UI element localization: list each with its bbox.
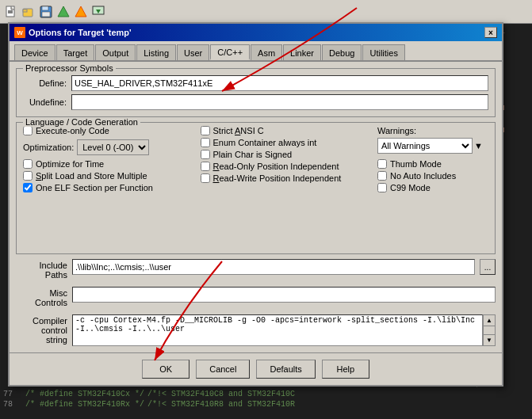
tab-debug[interactable]: Debug: [322, 44, 362, 60]
save-icon[interactable]: [38, 4, 54, 20]
scrollbar-track: [484, 326, 495, 334]
svg-rect-7: [42, 12, 50, 17]
tab-bar: Device Target Output Listing User C/C++ …: [10, 41, 502, 62]
execute-only-label: Execute-only Code: [36, 126, 109, 135]
defaults-button[interactable]: Defaults: [256, 360, 315, 379]
toolbar: [0, 0, 532, 24]
optimization-label: Optimization:: [23, 143, 74, 152]
optimization-row: Optimization: Level 0 (-O0) Level 1 (-O1…: [23, 139, 194, 155]
define-row: Define:: [23, 75, 488, 91]
rebuild-icon[interactable]: [73, 4, 89, 20]
download-icon[interactable]: [90, 4, 106, 20]
one-elf-row: One ELF Section per Function: [23, 183, 194, 192]
tab-linker[interactable]: Linker: [283, 44, 321, 60]
read-write-pos-label: Read-Write Position Independent: [213, 173, 342, 183]
thumb-mode-label: Thumb Mode: [390, 159, 442, 169]
open-icon[interactable]: [21, 4, 36, 20]
misc-controls-row: MiscControls: [16, 287, 496, 307]
optimization-select[interactable]: Level 0 (-O0) Level 1 (-O1) Level 2 (-O2…: [77, 139, 149, 155]
strict-ansi-row: Strict ANSI C: [201, 126, 372, 135]
undefine-input[interactable]: [71, 94, 488, 110]
plain-char-label: Plain Char is Signed: [213, 150, 293, 159]
tab-utilities[interactable]: Utilities: [362, 44, 404, 60]
enum-container-checkbox[interactable]: [201, 138, 210, 147]
language-group-label: Language / Code Generation: [23, 117, 140, 127]
plain-char-row: Plain Char is Signed: [201, 150, 372, 159]
button-bar: OK Cancel Defaults Help: [10, 352, 502, 385]
title-left: W Options for Target 'temp': [14, 27, 132, 38]
preprocessor-group-label: Preprocessor Symbols: [23, 63, 116, 73]
one-elf-label: One ELF Section per Function: [36, 183, 153, 192]
dialog-content: Preprocessor Symbols Define: Undefine: L…: [10, 62, 502, 352]
undefine-row: Undefine:: [23, 94, 488, 110]
scroll-down-button[interactable]: ▼: [484, 334, 495, 345]
lang-right-col: Warnings: All Warnings No Warnings MISRA…: [377, 126, 488, 192]
lang-middle-col: Strict ANSI C Enum Container always int …: [201, 126, 372, 192]
new-icon[interactable]: [3, 4, 19, 20]
tab-user[interactable]: User: [177, 44, 209, 60]
code-line-77: 77 /* #define STM32F410Cx */ /*!< STM32F…: [3, 389, 529, 399]
optimize-time-label: Optimize for Time: [36, 159, 104, 169]
dialog-icon: W: [14, 27, 25, 38]
define-input[interactable]: [71, 75, 488, 91]
read-only-pos-row: Read-Only Position Independent: [201, 162, 372, 171]
help-button[interactable]: Help: [322, 360, 369, 379]
read-write-pos-row: Read-Write Position Independent: [201, 173, 372, 183]
no-auto-includes-row: No Auto Includes: [377, 171, 488, 181]
strict-ansi-label: Strict ANSI C: [213, 126, 264, 135]
compiler-string-row: Compilercontrolstring -c -cpu Cortex-M4.…: [16, 314, 496, 346]
preprocessor-group: Preprocessor Symbols Define: Undefine:: [16, 68, 496, 117]
warnings-dropdown-icon: ▼: [474, 141, 483, 150]
enum-container-label: Enum Container always int: [213, 138, 317, 147]
tab-listing[interactable]: Listing: [136, 44, 176, 60]
dialog-titlebar: W Options for Target 'temp' ×: [10, 24, 502, 41]
c99-mode-row: C99 Mode: [377, 183, 488, 192]
code-line-78: 78 /* #define STM32F410Rx */ /*!< STM32F…: [3, 399, 529, 409]
cancel-button[interactable]: Cancel: [196, 360, 250, 379]
lang-left-col: Execute-only Code Optimization: Level 0 …: [23, 126, 194, 192]
build-icon[interactable]: [55, 4, 71, 20]
split-load-label: Split Load and Store Multiple: [36, 171, 147, 181]
read-only-pos-checkbox[interactable]: [201, 162, 210, 171]
tab-cpp[interactable]: C/C++: [210, 44, 250, 60]
plain-char-checkbox[interactable]: [201, 150, 210, 159]
optimize-time-checkbox[interactable]: [23, 159, 33, 169]
tab-output[interactable]: Output: [95, 44, 136, 60]
no-auto-includes-label: No Auto Includes: [390, 171, 456, 181]
no-auto-includes-checkbox[interactable]: [377, 171, 387, 181]
c99-mode-label: C99 Mode: [390, 183, 431, 192]
undefine-label: Undefine:: [23, 97, 67, 107]
define-label: Define:: [23, 78, 67, 88]
include-paths-input[interactable]: [72, 259, 475, 275]
include-paths-row: IncludePaths ...: [16, 259, 496, 280]
svg-marker-9: [75, 6, 86, 17]
optimize-time-row: Optimize for Time: [23, 159, 194, 169]
bottom-code-panel: 77 /* #define STM32F410Cx */ /*!< STM32F…: [0, 387, 532, 419]
compiler-string-input[interactable]: -c -cpu Cortex-M4.fp -D__MICROLIB -g -O0…: [72, 314, 483, 346]
warnings-select[interactable]: All Warnings No Warnings MISRA C 2004: [377, 138, 473, 154]
svg-marker-8: [58, 6, 69, 17]
thumb-mode-checkbox[interactable]: [377, 159, 387, 169]
misc-controls-input[interactable]: [72, 287, 496, 303]
include-browse-button[interactable]: ...: [480, 259, 496, 275]
split-load-checkbox[interactable]: [23, 171, 33, 181]
compiler-string-label: Compilercontrolstring: [16, 314, 67, 345]
include-paths-label: IncludePaths: [16, 259, 67, 280]
execute-only-row: Execute-only Code: [23, 126, 194, 135]
tab-asm[interactable]: Asm: [251, 44, 282, 60]
execute-only-checkbox[interactable]: [23, 126, 33, 135]
language-group: Language / Code Generation Execute-only …: [16, 122, 496, 254]
c99-mode-checkbox[interactable]: [377, 183, 387, 192]
options-dialog: W Options for Target 'temp' × Device Tar…: [8, 22, 503, 387]
strict-ansi-checkbox[interactable]: [201, 126, 210, 135]
ok-button[interactable]: OK: [142, 360, 189, 379]
warnings-section: Warnings: All Warnings No Warnings MISRA…: [377, 126, 488, 154]
read-write-pos-checkbox[interactable]: [201, 173, 210, 183]
one-elf-checkbox[interactable]: [23, 183, 33, 192]
svg-rect-6: [42, 6, 48, 10]
tab-device[interactable]: Device: [14, 44, 55, 60]
scroll-up-button[interactable]: ▲: [484, 315, 495, 326]
tab-target[interactable]: Target: [56, 44, 95, 60]
warnings-label: Warnings:: [377, 126, 488, 135]
close-button[interactable]: ×: [484, 27, 497, 38]
